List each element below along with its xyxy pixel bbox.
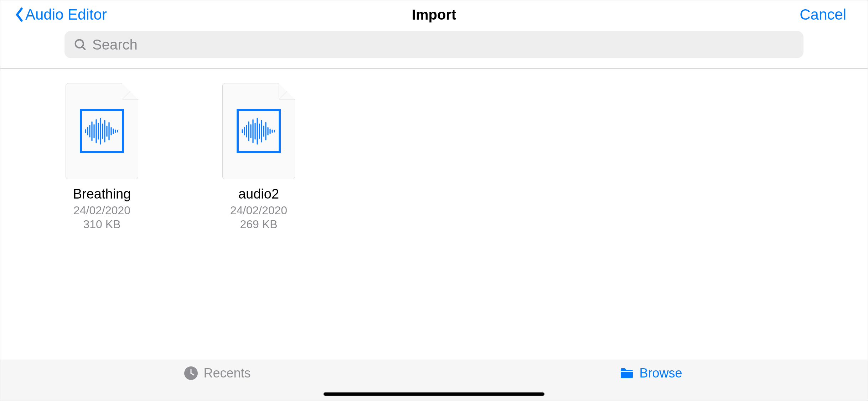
back-label: Audio Editor xyxy=(25,6,107,23)
search-row xyxy=(0,29,868,68)
folder-icon xyxy=(619,366,634,381)
page-title: Import xyxy=(412,7,456,23)
chevron-left-icon xyxy=(15,7,25,22)
cancel-button[interactable]: Cancel xyxy=(800,6,846,23)
home-indicator[interactable] xyxy=(324,392,544,396)
search-input[interactable] xyxy=(92,37,794,53)
file-name: audio2 xyxy=(238,186,279,202)
tab-browse[interactable]: Browse xyxy=(434,366,868,381)
file-grid: Breathing 24/02/2020 310 KB audio2 24/02… xyxy=(0,69,868,245)
file-name: Breathing xyxy=(73,186,131,202)
tab-label: Browse xyxy=(639,366,682,381)
tab-recents[interactable]: Recents xyxy=(0,366,434,381)
search-field[interactable] xyxy=(64,31,804,58)
file-thumbnail xyxy=(222,83,295,179)
file-date: 24/02/2020 xyxy=(230,204,287,217)
file-item[interactable]: Breathing 24/02/2020 310 KB xyxy=(64,83,139,231)
svg-rect-37 xyxy=(621,371,633,372)
file-size: 269 KB xyxy=(240,218,278,231)
navigation-header: Audio Editor Import Cancel xyxy=(0,0,868,29)
audio-waveform-icon xyxy=(237,109,281,153)
back-button[interactable]: Audio Editor xyxy=(15,6,107,23)
tab-label: Recents xyxy=(203,366,250,381)
file-thumbnail xyxy=(66,83,138,179)
file-size: 310 KB xyxy=(83,218,121,231)
file-date: 24/02/2020 xyxy=(73,204,130,217)
audio-waveform-icon xyxy=(80,109,124,153)
clock-icon xyxy=(184,366,198,381)
file-item[interactable]: audio2 24/02/2020 269 KB xyxy=(221,83,296,231)
svg-line-1 xyxy=(82,47,85,50)
search-icon xyxy=(74,38,87,51)
